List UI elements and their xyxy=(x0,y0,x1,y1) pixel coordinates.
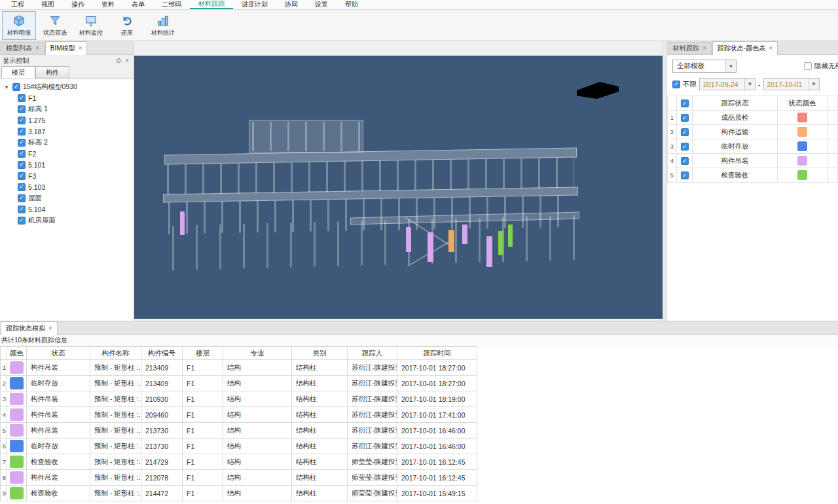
close-icon[interactable]: × xyxy=(769,45,773,52)
highlight-bar-5[interactable] xyxy=(462,225,467,244)
subtab-构件[interactable]: 构件 xyxy=(35,66,69,79)
menu-item-进度计划[interactable]: 进度计划 xyxy=(233,0,276,9)
view-cube[interactable] xyxy=(577,82,619,99)
menu-item-设置[interactable]: 设置 xyxy=(306,0,337,9)
tree-item-机房屋面[interactable]: ✓机房屋面 xyxy=(0,215,134,226)
hide-empty-checkbox-group[interactable]: 隐藏无构件的跟踪状态 xyxy=(804,62,838,71)
track-row[interactable]: 7检查验收预制 - 矩形柱 :...214729F1结构结构柱师莹莹-陕建投资2… xyxy=(1,454,477,470)
checkbox[interactable]: ✓ xyxy=(18,172,26,180)
close-icon[interactable]: × xyxy=(35,45,39,52)
tree-item-标高 1[interactable]: ✓标高 1 xyxy=(0,103,134,115)
toolbar-button-材料明细[interactable]: 材料明细 xyxy=(2,11,36,40)
tree-root[interactable]: ▾✓15#结构模型0930 xyxy=(0,81,134,92)
color-cell xyxy=(7,360,27,376)
toolbar-button-还原[interactable]: 还原 xyxy=(110,11,144,40)
tab-模型列表[interactable]: 模型列表× xyxy=(1,42,45,54)
checkbox[interactable]: ✓ xyxy=(18,117,26,124)
status-row-临时存放[interactable]: 3✓临时存放 xyxy=(668,139,838,154)
checkbox[interactable]: ✓ xyxy=(18,194,26,202)
checkbox[interactable]: ✓ xyxy=(18,139,26,147)
menu-item-资料[interactable]: 资料 xyxy=(93,0,123,9)
tab-跟踪状态模拟[interactable]: 跟踪状态模拟× xyxy=(1,321,58,335)
highlight-bar-4[interactable] xyxy=(448,230,454,252)
status-row-检查验收[interactable]: 5✓检查验收 xyxy=(668,168,838,183)
track-row[interactable]: 3构件吊装预制 - 矩形柱 :...210930F1结构结构柱苏衍江-陕建投资2… xyxy=(1,391,477,407)
track-row[interactable]: 4构件吊装预制 - 矩形柱 :...209460F1结构结构柱苏衍江-陕建投资2… xyxy=(1,407,477,423)
toolbar-button-材料统计[interactable]: 材料统计 xyxy=(146,11,180,40)
tree-item-F3[interactable]: ✓F3 xyxy=(0,170,134,181)
cell-tracker: 苏衍江-陕建投资 xyxy=(348,439,397,454)
toolbar-button-材料监控[interactable]: 材料监控 xyxy=(74,11,108,40)
highlight-bar-8[interactable] xyxy=(508,225,513,247)
tree-item-屋面[interactable]: ✓屋面 xyxy=(0,192,134,204)
tree-item-3.187[interactable]: ✓3.187 xyxy=(0,126,134,137)
cell-tracker: 苏衍江-陕建投资 xyxy=(348,407,397,423)
menu-item-表单[interactable]: 表单 xyxy=(123,0,153,9)
tab-材料跟踪[interactable]: 材料跟踪× xyxy=(668,42,712,54)
tree-item-标高 2[interactable]: ✓标高 2 xyxy=(0,137,134,148)
menu-item-操作[interactable]: 操作 xyxy=(63,0,93,9)
status-row-构件吊装[interactable]: 4✓构件吊装 xyxy=(668,154,838,168)
row-color-swatch xyxy=(10,408,24,421)
track-row[interactable]: 2临时存放预制 - 矩形柱 :...213409F1结构结构柱苏衍江-陕建投资2… xyxy=(1,376,477,391)
close-icon[interactable]: × xyxy=(702,45,706,52)
float-panel-icon[interactable]: ⊙ xyxy=(114,57,123,64)
menu-item-帮助[interactable]: 帮助 xyxy=(337,0,367,9)
unlimited-checkbox[interactable]: ✓ xyxy=(672,81,680,88)
track-row[interactable]: 9检查验收预制 - 矩形柱 :...214472F1结构结构柱师莹莹-陕建投资2… xyxy=(1,486,477,501)
tab-BIM模型[interactable]: BIM模型× xyxy=(45,41,88,55)
checkbox[interactable]: ✓ xyxy=(18,94,26,102)
status-row-构件运输[interactable]: 2✓构件运输 xyxy=(668,125,838,139)
date-from-field[interactable]: 2017-09-24 ▼ xyxy=(699,78,756,90)
status-row-成品质检[interactable]: 1✓成品质检 xyxy=(668,111,838,125)
tree-item-F1[interactable]: ✓F1 xyxy=(0,92,134,103)
template-dropdown[interactable]: 全部模板 ▼ xyxy=(672,60,737,73)
select-all-checkbox[interactable]: ✓ xyxy=(681,99,689,107)
viewport-3d[interactable] xyxy=(134,56,663,319)
checkbox[interactable]: ✓ xyxy=(18,105,26,113)
track-row[interactable]: 8构件吊装预制 - 矩形柱 :...212078F1结构结构柱师莹莹-陕建投资2… xyxy=(1,470,477,486)
checkbox[interactable]: ✓ xyxy=(18,217,26,225)
hide-empty-checkbox[interactable] xyxy=(804,62,812,70)
checkbox[interactable]: ✓ xyxy=(681,171,689,179)
highlight-bar-3[interactable] xyxy=(428,232,433,262)
close-icon[interactable]: × xyxy=(79,45,82,52)
track-row[interactable]: 5构件吊装预制 - 矩形柱 :...213730F1结构结构柱苏衍江-陕建投资2… xyxy=(1,423,477,439)
cell-cat: 结构柱 xyxy=(292,407,348,423)
vertical-splitter[interactable] xyxy=(663,41,667,321)
highlight-bar-6[interactable] xyxy=(486,236,492,267)
subtab-楼层[interactable]: 楼层 xyxy=(1,66,35,79)
toolbar-button-状态筛选[interactable]: 状态筛选 xyxy=(38,11,72,40)
date-to-field[interactable]: 2017-10-01 ▼ xyxy=(763,78,820,90)
tree-item-5.104[interactable]: ✓5.104 xyxy=(0,204,134,215)
checkbox[interactable]: ✓ xyxy=(681,143,689,151)
menu-item-材料跟踪[interactable]: 材料跟踪 xyxy=(190,0,233,9)
checkbox[interactable]: ✓ xyxy=(681,114,689,122)
menu-item-工程[interactable]: 工程 xyxy=(3,0,33,9)
checkbox[interactable]: ✓ xyxy=(12,83,20,91)
highlight-bar-2[interactable] xyxy=(406,227,411,252)
checkbox[interactable]: ✓ xyxy=(18,150,26,158)
checkbox[interactable]: ✓ xyxy=(18,161,26,169)
checkbox[interactable]: ✓ xyxy=(681,157,689,165)
tree-item-F2[interactable]: ✓F2 xyxy=(0,148,134,159)
checkbox[interactable]: ✓ xyxy=(681,128,689,136)
track-row[interactable]: 1构件吊装预制 - 矩形柱 :...213409F1结构结构柱苏衍江-陕建投资2… xyxy=(1,360,477,376)
close-icon[interactable]: × xyxy=(123,57,131,64)
track-row[interactable]: 6临时存放预制 - 矩形柱 :...213730F1结构结构柱苏衍江-陕建投资2… xyxy=(1,439,477,454)
menu-item-视图[interactable]: 视图 xyxy=(33,0,63,9)
highlight-bar-7[interactable] xyxy=(498,231,503,255)
menu-item-二维码[interactable]: 二维码 xyxy=(153,0,190,9)
tree-item-5.101[interactable]: ✓5.101 xyxy=(0,159,134,170)
checkbox[interactable]: ✓ xyxy=(18,206,26,213)
tab-跟踪状态-颜色表[interactable]: 跟踪状态-颜色表× xyxy=(712,41,778,55)
checkbox[interactable]: ✓ xyxy=(18,128,26,135)
tree-item-1.275[interactable]: ✓1.275 xyxy=(0,115,134,126)
close-icon[interactable]: × xyxy=(48,325,52,332)
collapse-arrow-icon[interactable]: ▾ xyxy=(3,84,10,90)
color-cell xyxy=(7,376,27,391)
menu-item-协同[interactable]: 协同 xyxy=(276,0,306,9)
checkbox[interactable]: ✓ xyxy=(18,183,26,191)
tree-item-5.103[interactable]: ✓5.103 xyxy=(0,181,134,192)
highlight-bar-1[interactable] xyxy=(180,211,185,235)
